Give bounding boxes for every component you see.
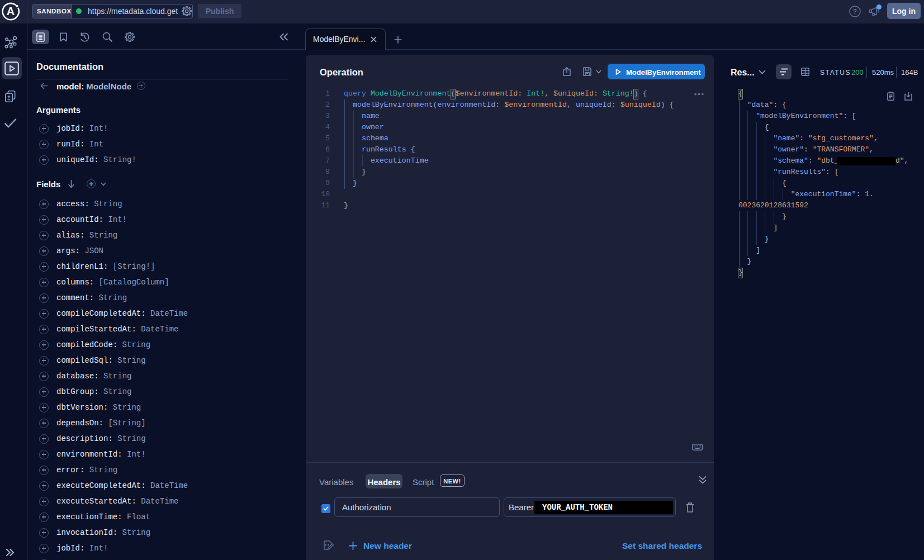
- svg-text:A: A: [7, 5, 15, 17]
- svg-text:?: ?: [853, 8, 857, 16]
